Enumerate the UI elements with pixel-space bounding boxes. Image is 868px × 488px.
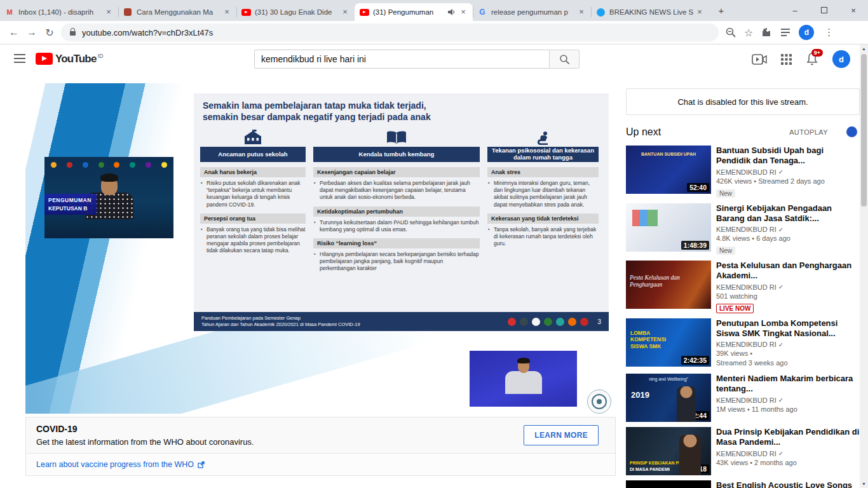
channel-name[interactable]: KEMENDIKBUD RI bbox=[716, 341, 776, 348]
autoplay-label: AUTOPLAY bbox=[789, 128, 828, 136]
channel-name[interactable]: KEMENDIKBUD RI bbox=[716, 226, 776, 233]
video-thumbnail[interactable]: BANTUAN SUBSIDI UPAH 52:40 bbox=[626, 146, 711, 194]
close-tab-icon[interactable]: × bbox=[222, 7, 232, 17]
new-badge: New bbox=[716, 189, 735, 198]
speaker-icon[interactable] bbox=[447, 8, 456, 17]
video-thumbnail[interactable]: ACOUSTIC bbox=[626, 480, 711, 488]
autoplay-toggle[interactable] bbox=[837, 128, 856, 136]
covid-info-panel: COVID-19 Get the latest information from… bbox=[25, 417, 616, 476]
video-title[interactable]: Bantuan Subsidi Upah bagi Pendidik dan T… bbox=[716, 146, 860, 166]
bullet-text: Hilangnya pembelajaran secara berkepanja… bbox=[313, 251, 480, 272]
video-player[interactable]: Semakin lama pembelajaran tatap muka tid… bbox=[25, 83, 616, 414]
account-avatar[interactable]: d bbox=[832, 50, 850, 68]
close-tab-icon[interactable]: × bbox=[458, 7, 468, 17]
tab-google-search[interactable]: G release pengumuman p × bbox=[473, 3, 591, 21]
reload-icon[interactable]: ↻ bbox=[41, 24, 58, 41]
video-thumbnail[interactable]: Pesta Kelulusan dan Penghargaan bbox=[626, 261, 711, 309]
up-next-video[interactable]: Pesta Kelulusan dan Penghargaan Pesta Ke… bbox=[626, 261, 860, 313]
channel-name[interactable]: KEMENDIKBUD RI bbox=[716, 168, 776, 176]
up-next-video[interactable]: ning and Wellbeing” 2019 42:44 Menteri N… bbox=[626, 374, 860, 422]
gmail-icon: M bbox=[4, 7, 15, 17]
youtube-icon bbox=[360, 9, 369, 16]
tab-site[interactable]: Cara Menggunakan Ma × bbox=[118, 3, 236, 21]
browser-profile-avatar[interactable]: d bbox=[799, 25, 814, 40]
maximize-button[interactable] bbox=[810, 0, 839, 20]
partner-logo-icon bbox=[130, 162, 135, 168]
search-button[interactable] bbox=[549, 50, 580, 69]
video-thumbnail[interactable]: 1:48:39 bbox=[626, 203, 711, 252]
tab-youtube-music[interactable]: (31) 30 Lagu Enak Dide × bbox=[236, 3, 355, 21]
zoom-icon[interactable] bbox=[725, 27, 736, 38]
browser-menu-icon[interactable]: ⋮ bbox=[822, 27, 836, 38]
up-next-video[interactable]: ACOUSTIC Best English Acoustic Love Song… bbox=[626, 480, 860, 488]
masthead-actions: 9+ d bbox=[752, 44, 850, 74]
video-views: 501 watching bbox=[716, 292, 860, 300]
scrollbar-thumb[interactable] bbox=[861, 54, 867, 207]
up-next-video[interactable]: PRINSIP KEBIJAKAN PENDIDIK.. DI MASA PAN… bbox=[626, 427, 860, 475]
bullet-text: Perbedaan akses dan kualitas selama pemb… bbox=[313, 180, 480, 201]
channel-name[interactable]: KEMENDIKBUD RI bbox=[716, 396, 776, 404]
forward-icon[interactable]: → bbox=[23, 24, 41, 41]
guide-menu-icon[interactable] bbox=[14, 54, 25, 63]
lock-icon[interactable] bbox=[70, 31, 76, 36]
learn-more-button[interactable]: LEARN MORE bbox=[524, 425, 599, 445]
notification-count-badge: 9+ bbox=[811, 49, 823, 57]
video-title[interactable]: Best English Acoustic Love Songs 2020 - … bbox=[716, 480, 860, 488]
scroll-up-icon[interactable]: ▲ bbox=[860, 44, 868, 53]
tab-active-pengumuman[interactable]: (31) Pengumuman × bbox=[355, 3, 473, 21]
verified-check-icon: ✓ bbox=[778, 396, 783, 403]
google-icon: G bbox=[477, 7, 487, 17]
interpreter-body bbox=[505, 371, 542, 394]
section-heading: Persepsi orang tua bbox=[200, 214, 306, 224]
video-thumbnail[interactable]: ning and Wellbeing” 2019 42:44 bbox=[626, 374, 711, 422]
covid-description: Get the latest information from the WHO … bbox=[36, 437, 524, 447]
up-next-video[interactable]: LOMBA KOMPETENSI SISWA SMK 2:42:35 Penut… bbox=[626, 318, 860, 369]
slide-title-line2: semakin besar dampak negatif yang terjad… bbox=[203, 111, 600, 123]
up-next-video[interactable]: BANTUAN SUBSIDI UPAH 52:40 Bantuan Subsi… bbox=[626, 146, 860, 198]
search-input[interactable] bbox=[254, 50, 549, 69]
youtube-logo[interactable]: YouTube ID bbox=[36, 53, 104, 65]
video-thumbnail[interactable]: LOMBA KOMPETENSI SISWA SMK 2:42:35 bbox=[626, 318, 711, 367]
youtube-favicon bbox=[241, 7, 251, 17]
partner-logo-icon bbox=[67, 162, 72, 168]
verified-check-icon: ✓ bbox=[778, 450, 783, 457]
covid-text-block: COVID-19 Get the latest information from… bbox=[36, 424, 524, 447]
video-title[interactable]: Menteri Nadiem Makarim berbicara tentang… bbox=[716, 374, 860, 395]
notifications-bell-icon[interactable]: 9+ bbox=[806, 52, 818, 66]
vaccine-link-text[interactable]: Learn about vaccine progress from the WH… bbox=[36, 460, 194, 469]
video-title[interactable]: Pesta Kelulusan dan Penghargaan Akademi.… bbox=[716, 261, 860, 281]
vaccine-progress-link[interactable]: Learn about vaccine progress from the WH… bbox=[26, 453, 615, 475]
ministry-logo-icon bbox=[532, 318, 540, 326]
bookmark-star-icon[interactable]: ☆ bbox=[744, 27, 753, 39]
scroll-down-icon[interactable]: ▼ bbox=[860, 480, 868, 488]
tab-gmail[interactable]: M Inbox (1,140) - disaprih × bbox=[0, 3, 118, 21]
video-title[interactable]: Penutupan Lomba Kompetensi Siswa SMK Tin… bbox=[716, 318, 860, 339]
create-video-icon[interactable] bbox=[752, 54, 767, 65]
close-window-button[interactable]: × bbox=[839, 0, 868, 20]
video-thumbnail[interactable]: PRINSIP KEBIJAKAN PENDIDIK.. DI MASA PAN… bbox=[626, 427, 711, 475]
up-next-video[interactable]: 1:48:39 Sinergi Kebijakan Pengadaan Bara… bbox=[626, 203, 860, 256]
extensions-puzzle-icon[interactable] bbox=[761, 27, 772, 38]
back-icon[interactable]: ← bbox=[5, 24, 23, 41]
verified-check-icon: ✓ bbox=[778, 226, 783, 233]
new-tab-button[interactable]: + bbox=[713, 3, 729, 19]
reading-list-icon[interactable] bbox=[780, 27, 791, 38]
tab-breaking-news[interactable]: BREAKING NEWS Live S × bbox=[591, 3, 709, 21]
youtube-apps-icon[interactable] bbox=[781, 54, 792, 65]
slide-footer-text: Panduan Pembelajaran pada Semester Genap… bbox=[201, 315, 508, 328]
channel-name[interactable]: KEMENDIKBUD RI bbox=[716, 450, 776, 458]
tab-title: (31) Pengumuman bbox=[373, 8, 447, 16]
channel-name[interactable]: KEMENDIKBUD RI bbox=[716, 283, 776, 291]
url-text[interactable]: youtube.com/watch?v=chDr3xLt47s bbox=[82, 28, 213, 37]
page-scrollbar[interactable]: ▲ ▼ bbox=[860, 44, 868, 488]
close-tab-icon[interactable]: × bbox=[104, 7, 114, 17]
video-title[interactable]: Dua Prinsip Kebijakan Pendidikan di Masa… bbox=[716, 427, 860, 448]
minimize-button[interactable]: – bbox=[780, 0, 810, 20]
video-title[interactable]: Sinergi Kebijakan Pengadaan Barang dan J… bbox=[716, 203, 860, 224]
address-bar[interactable]: youtube.com/watch?v=chDr3xLt47s bbox=[61, 24, 719, 41]
close-tab-icon[interactable]: × bbox=[695, 7, 705, 17]
close-tab-icon[interactable]: × bbox=[576, 7, 587, 17]
ministry-logo-icon bbox=[568, 318, 576, 326]
close-tab-icon[interactable]: × bbox=[340, 7, 350, 17]
section-heading: Anak stres bbox=[487, 167, 599, 177]
